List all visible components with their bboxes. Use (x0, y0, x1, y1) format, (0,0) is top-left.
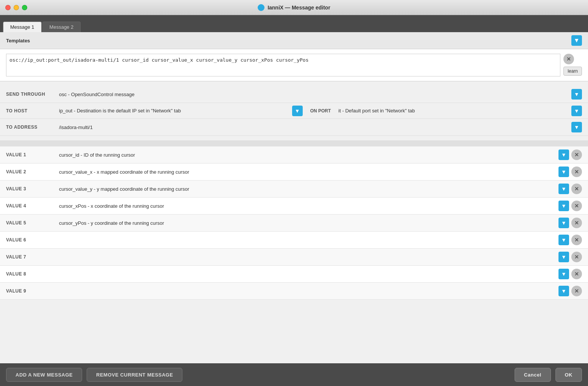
address-dropdown-button[interactable]: ▼ (571, 122, 582, 132)
learn-button[interactable]: learn (563, 67, 582, 76)
value-x-icon: ✕ (574, 254, 579, 260)
value-x-icon: ✕ (574, 288, 579, 294)
message-input-area: osc://ip_out:port_out/isadora-multi/1 cu… (0, 49, 588, 81)
value-row: VALUE 6 ▼ ✕ (0, 232, 588, 249)
maximize-button[interactable] (22, 5, 27, 10)
value-label-2: VALUE 2 (6, 169, 59, 174)
dropdown-icon: ▼ (574, 37, 580, 44)
x-icon: ✕ (566, 56, 571, 62)
templates-label: Templates (6, 38, 30, 44)
port-dropdown-icon: ▼ (574, 108, 579, 114)
value-remove-button-8[interactable]: ✕ (571, 269, 582, 279)
cancel-button[interactable]: Cancel (515, 368, 551, 382)
value-dropdown-button-4[interactable]: ▼ (558, 201, 569, 211)
value-label-8: VALUE 8 (6, 271, 59, 277)
title-bar: IanniX — Message editor (0, 0, 588, 15)
value-content-5: cursor_yPos - y coordinate of the runnin… (59, 220, 558, 226)
separator (0, 140, 588, 146)
value-remove-button-7[interactable]: ✕ (571, 252, 582, 262)
value-x-icon: ✕ (574, 237, 579, 243)
value-dropdown-icon: ▼ (561, 152, 566, 158)
value-row: VALUE 8 ▼ ✕ (0, 266, 588, 283)
value-dropdown-icon: ▼ (561, 237, 566, 243)
value-dropdown-button-2[interactable]: ▼ (558, 167, 569, 177)
send-through-row: SEND THROUGH osc - OpenSoundControl mess… (0, 86, 588, 103)
value-dropdown-icon: ▼ (561, 254, 566, 260)
value-actions-1: ▼ ✕ (558, 149, 582, 160)
port-dropdown-button[interactable]: ▼ (571, 106, 582, 116)
form-section: SEND THROUGH osc - OpenSoundControl mess… (0, 81, 588, 140)
value-remove-button-4[interactable]: ✕ (571, 201, 582, 211)
value-remove-button-6[interactable]: ✕ (571, 235, 582, 245)
on-port-label: ON PORT (306, 108, 336, 114)
value-dropdown-icon: ▼ (561, 271, 566, 277)
value-label-4: VALUE 4 (6, 203, 59, 209)
value-dropdown-icon: ▼ (561, 288, 566, 294)
value-actions-9: ▼ ✕ (558, 286, 582, 296)
value-actions-4: ▼ ✕ (558, 201, 582, 211)
value-dropdown-button-1[interactable]: ▼ (558, 149, 569, 160)
value-dropdown-button-8[interactable]: ▼ (558, 269, 569, 279)
remove-message-button[interactable]: REMOVE CURRENT MESSAGE (87, 368, 182, 382)
value-dropdown-button-3[interactable]: ▼ (558, 184, 569, 194)
value-dropdown-button-5[interactable]: ▼ (558, 218, 569, 228)
value-remove-button-3[interactable]: ✕ (571, 184, 582, 194)
value-dropdown-icon: ▼ (561, 203, 566, 209)
templates-dropdown-button[interactable]: ▼ (571, 35, 582, 46)
value-actions-5: ▼ ✕ (558, 218, 582, 228)
tab-message-1[interactable]: Message 1 (3, 22, 42, 32)
value-dropdown-button-7[interactable]: ▼ (558, 252, 569, 262)
host-section: ip_out - Destination is the default IP s… (59, 106, 582, 116)
value-actions-6: ▼ ✕ (558, 235, 582, 245)
value-row: VALUE 7 ▼ ✕ (0, 249, 588, 266)
value-remove-button-2[interactable]: ✕ (571, 167, 582, 177)
value-dropdown-icon: ▼ (561, 186, 566, 192)
value-row: VALUE 4 cursor_xPos - x coordinate of th… (0, 198, 588, 215)
message-textarea[interactable]: osc://ip_out:port_out/isadora-multi/1 cu… (6, 54, 560, 76)
value-remove-button-1[interactable]: ✕ (571, 149, 582, 160)
to-host-label: TO HOST (6, 108, 59, 114)
address-dropdown-icon: ▼ (574, 124, 579, 130)
value-remove-button-9[interactable]: ✕ (571, 286, 582, 296)
to-host-value: ip_out - Destination is the default IP s… (59, 108, 289, 114)
value-remove-button-5[interactable]: ✕ (571, 218, 582, 228)
value-label-9: VALUE 9 (6, 288, 59, 294)
value-content-2: cursor_value_x - x mapped coordinate of … (59, 169, 558, 175)
main-content: Templates ▼ osc://ip_out:port_out/isador… (0, 32, 588, 363)
value-row: VALUE 1 cursor_id - ID of the running cu… (0, 146, 588, 163)
value-dropdown-icon: ▼ (561, 220, 566, 226)
value-dropdown-icon: ▼ (561, 169, 566, 175)
bottom-bar: ADD A NEW MESSAGE REMOVE CURRENT MESSAGE… (0, 363, 588, 386)
add-message-button[interactable]: ADD A NEW MESSAGE (6, 368, 82, 382)
send-through-dropdown-button[interactable]: ▼ (571, 89, 582, 100)
value-x-icon: ✕ (574, 203, 579, 209)
host-dropdown-icon: ▼ (295, 108, 300, 114)
to-host-row: TO HOST ip_out - Destination is the defa… (0, 103, 588, 119)
send-through-label: SEND THROUGH (6, 92, 59, 97)
value-label-5: VALUE 5 (6, 220, 59, 226)
templates-header: Templates ▼ (0, 32, 588, 49)
value-dropdown-button-9[interactable]: ▼ (558, 286, 569, 296)
dropdown-arrow-icon: ▼ (574, 91, 579, 97)
value-row: VALUE 2 cursor_value_x - x mapped coordi… (0, 163, 588, 181)
value-content-4: cursor_xPos - x coordinate of the runnin… (59, 203, 558, 209)
values-section: VALUE 1 cursor_id - ID of the running cu… (0, 146, 588, 300)
host-dropdown-button[interactable]: ▼ (292, 106, 303, 116)
to-address-row: TO ADDRESS /isadora-multi/1 ▼ (0, 119, 588, 136)
ok-button[interactable]: OK (555, 368, 582, 382)
window-title: IanniX — Message editor (258, 4, 330, 11)
minimize-button[interactable] (14, 5, 19, 10)
value-dropdown-button-6[interactable]: ▼ (558, 235, 569, 245)
close-button[interactable] (5, 5, 11, 10)
to-address-value: /isadora-multi/1 (59, 125, 571, 130)
tab-message-2[interactable]: Message 2 (42, 22, 81, 32)
to-address-label: TO ADDRESS (6, 125, 59, 130)
value-x-icon: ✕ (574, 169, 579, 175)
value-label-6: VALUE 6 (6, 237, 59, 243)
value-x-icon: ✕ (574, 186, 579, 192)
value-x-icon: ✕ (574, 220, 579, 226)
value-label-3: VALUE 3 (6, 186, 59, 191)
message-controls: ✕ learn (563, 54, 582, 76)
clear-message-button[interactable]: ✕ (563, 54, 574, 64)
window-controls (5, 5, 27, 10)
